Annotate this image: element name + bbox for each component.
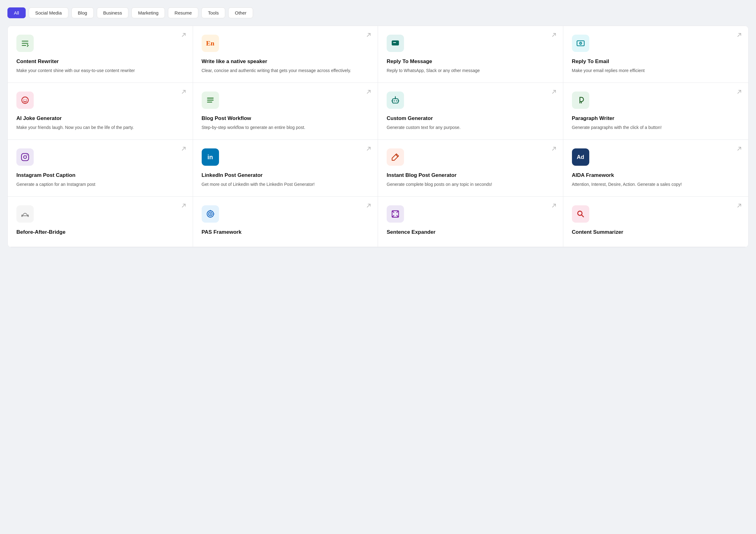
card-icon-pas-framework [202, 205, 219, 223]
svg-rect-8 [207, 98, 213, 99]
card-external-link-icon [366, 32, 371, 39]
card-description: Make your email replies more efficient [572, 67, 740, 74]
card-aida-framework[interactable]: AdAIDA FrameworkAttention, Interest, Des… [563, 140, 748, 197]
card-instant-blog[interactable]: Instant Blog Post GeneratorGenerate comp… [378, 140, 563, 197]
card-icon-content-rewriter [16, 35, 34, 52]
card-title: Before-After-Bridge [16, 229, 184, 236]
filter-bar: AllSocial MediaBlogBusinessMarketingResu… [8, 8, 748, 18]
card-external-link-icon [366, 203, 371, 209]
card-native-speaker[interactable]: EnWrite like a native speakerClear, conc… [193, 26, 378, 83]
card-description: Generate custom text for any purpose. [387, 124, 554, 131]
card-icon-before-after-bridge [16, 205, 34, 223]
card-description: Attention, Interest, Desire, Action. Gen… [572, 181, 740, 188]
card-external-link-icon [551, 32, 557, 39]
card-title: PAS Framework [202, 229, 369, 236]
card-title: LinkedIn Post Generator [202, 172, 369, 179]
card-icon-paragraph-writer [572, 92, 589, 109]
card-custom-generator[interactable]: Custom GeneratorGenerate custom text for… [378, 83, 563, 140]
card-title: Reply To Email [572, 58, 740, 65]
svg-point-18 [27, 155, 28, 155]
card-title: Instagram Post Caption [16, 172, 184, 179]
filter-btn-blog[interactable]: Blog [71, 8, 94, 18]
card-icon-instant-blog [387, 148, 404, 166]
card-external-link-icon [181, 32, 186, 39]
svg-rect-9 [207, 99, 213, 100]
svg-point-4 [580, 43, 580, 43]
card-external-link-icon [366, 89, 371, 95]
card-title: Reply To Message [387, 58, 554, 65]
card-description: Generate paragraphs with the click of a … [572, 124, 740, 131]
card-icon-instagram-caption [16, 148, 34, 166]
cards-grid: Content RewriterMake your content shine … [8, 26, 748, 247]
card-pas-framework[interactable]: PAS Framework [193, 197, 378, 247]
filter-btn-tools[interactable]: Tools [202, 8, 225, 18]
card-description: Make your friends laugh. Now you can be … [16, 124, 184, 131]
svg-point-6 [23, 99, 24, 100]
card-external-link-icon [551, 146, 557, 152]
card-content-summarizer[interactable]: Content Summarizer [563, 197, 748, 247]
card-reply-message[interactable]: Reply To MessageReply to WhatsApp, Slack… [378, 26, 563, 83]
card-sentence-expander[interactable]: Sentence Expander [378, 197, 563, 247]
card-blog-workflow[interactable]: Blog Post WorkflowStep-by-step workflow … [193, 83, 378, 140]
card-icon-ai-joke [16, 92, 34, 109]
card-title: Write like a native speaker [202, 58, 369, 65]
card-description: Clear, concise and authentic writing tha… [202, 67, 369, 74]
svg-point-14 [395, 97, 396, 99]
filter-btn-business[interactable]: Business [97, 8, 129, 18]
card-external-link-icon [737, 203, 742, 209]
card-description: Generate a caption for an Instagram post [16, 181, 184, 188]
svg-point-23 [209, 213, 211, 215]
card-linkedin-generator[interactable]: inLinkedIn Post GeneratorGet more out of… [193, 140, 378, 197]
svg-line-28 [581, 215, 583, 217]
card-title: Content Rewriter [16, 58, 184, 65]
card-external-link-icon [737, 32, 742, 39]
card-description: Get more out of LinkedIn with the Linked… [202, 181, 369, 188]
card-external-link-icon [181, 89, 186, 95]
card-icon-reply-email [572, 35, 589, 52]
card-paragraph-writer[interactable]: Paragraph WriterGenerate paragraphs with… [563, 83, 748, 140]
card-ai-joke[interactable]: AI Joke GeneratorMake your friends laugh… [8, 83, 193, 140]
card-external-link-icon [551, 203, 557, 209]
card-icon-linkedin-generator: in [202, 148, 219, 166]
filter-btn-social-media[interactable]: Social Media [29, 8, 68, 18]
card-icon-sentence-expander [387, 205, 404, 223]
card-external-link-icon [366, 146, 371, 152]
svg-point-12 [394, 100, 395, 102]
card-external-link-icon [181, 203, 186, 209]
filter-btn-all[interactable]: All [8, 8, 26, 18]
svg-point-17 [23, 156, 26, 159]
card-icon-aida-framework: Ad [572, 148, 589, 166]
card-title: Instant Blog Post Generator [387, 172, 554, 179]
card-instagram-caption[interactable]: Instagram Post CaptionGenerate a caption… [8, 140, 193, 197]
card-content-rewriter[interactable]: Content RewriterMake your content shine … [8, 26, 193, 83]
card-title: Paragraph Writer [572, 115, 740, 122]
card-before-after-bridge[interactable]: Before-After-Bridge [8, 197, 193, 247]
card-icon-content-summarizer [572, 205, 589, 223]
card-description: Generate complete blog posts on any topi… [387, 181, 554, 188]
card-title: Sentence Expander [387, 229, 554, 236]
filter-btn-other[interactable]: Other [228, 8, 253, 18]
svg-rect-11 [392, 99, 398, 103]
card-description: Step-by-step workflow to generate an ent… [202, 124, 369, 131]
card-description: Make your content shine with our easy-to… [16, 67, 184, 74]
svg-rect-16 [21, 154, 28, 161]
svg-point-5 [22, 97, 28, 104]
card-description: Reply to WhatsApp, Slack or any other me… [387, 67, 554, 74]
card-title: AI Joke Generator [16, 115, 184, 122]
card-title: AIDA Framework [572, 172, 740, 179]
card-reply-email[interactable]: Reply To EmailMake your email replies mo… [563, 26, 748, 83]
card-title: Content Summarizer [572, 229, 740, 236]
card-icon-native-speaker: En [202, 35, 219, 52]
card-external-link-icon [181, 146, 186, 152]
svg-rect-10 [207, 102, 212, 103]
card-title: Custom Generator [387, 115, 554, 122]
card-external-link-icon [737, 89, 742, 95]
cards-grid-container: Content RewriterMake your content shine … [8, 26, 748, 247]
card-icon-custom-generator [387, 92, 404, 109]
svg-point-13 [396, 100, 397, 102]
filter-btn-resume[interactable]: Resume [168, 8, 198, 18]
svg-rect-1 [393, 42, 396, 43]
filter-btn-marketing[interactable]: Marketing [131, 8, 165, 18]
card-icon-blog-workflow [202, 92, 219, 109]
card-external-link-icon [551, 89, 557, 95]
